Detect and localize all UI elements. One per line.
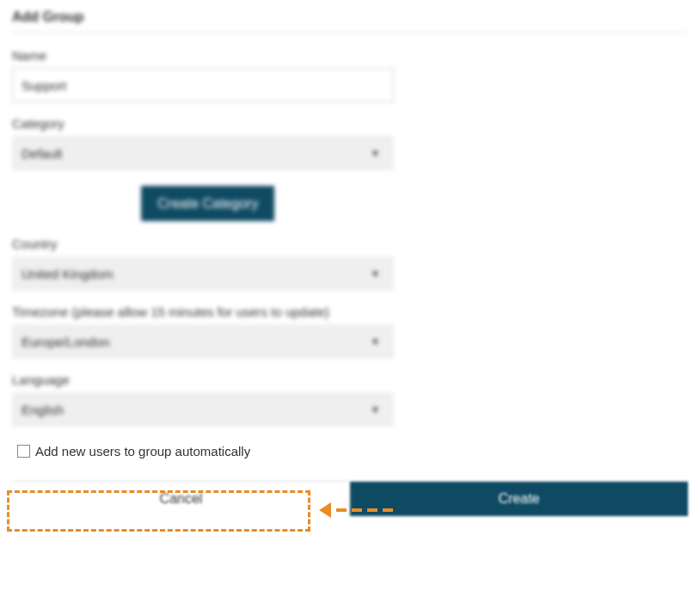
caret-down-icon: ▼	[371, 268, 380, 279]
language-field-group: Language English ▼	[12, 372, 688, 427]
auto-add-users-row: Add new users to group automatically	[12, 440, 688, 462]
country-value: United Kingdom	[21, 267, 384, 281]
timezone-label: Timezone (please allow 15 minutes for us…	[12, 305, 688, 319]
category-value: Default	[21, 146, 384, 161]
dialog-title: Add Group	[12, 9, 688, 33]
caret-down-icon: ▼	[371, 148, 380, 158]
create-button[interactable]: Create	[350, 482, 688, 516]
country-select[interactable]: United Kingdom ▼	[12, 256, 394, 291]
language-value: English	[21, 403, 384, 417]
auto-add-users-checkbox[interactable]	[17, 445, 30, 458]
auto-add-users-label: Add new users to group automatically	[35, 444, 250, 459]
timezone-field-group: Timezone (please allow 15 minutes for us…	[12, 305, 688, 359]
name-label: Name	[12, 48, 688, 63]
cancel-button[interactable]: Cancel	[12, 482, 350, 516]
language-select[interactable]: English ▼	[12, 392, 394, 427]
category-label: Category	[12, 116, 688, 131]
name-input[interactable]	[12, 68, 394, 102]
language-label: Language	[12, 372, 688, 387]
dialog-footer: Cancel Create	[12, 481, 688, 516]
timezone-value: Europe/London	[21, 335, 384, 349]
name-field-group: Name	[12, 48, 688, 102]
country-field-group: Country United Kingdom ▼	[12, 237, 688, 291]
category-field-group: Category Default ▼ Create Category	[12, 116, 688, 221]
caret-down-icon: ▼	[371, 336, 380, 347]
create-category-button[interactable]: Create Category	[141, 186, 274, 221]
category-select[interactable]: Default ▼	[12, 136, 394, 170]
caret-down-icon: ▼	[371, 404, 380, 415]
country-label: Country	[12, 237, 688, 251]
timezone-select[interactable]: Europe/London ▼	[12, 324, 394, 359]
